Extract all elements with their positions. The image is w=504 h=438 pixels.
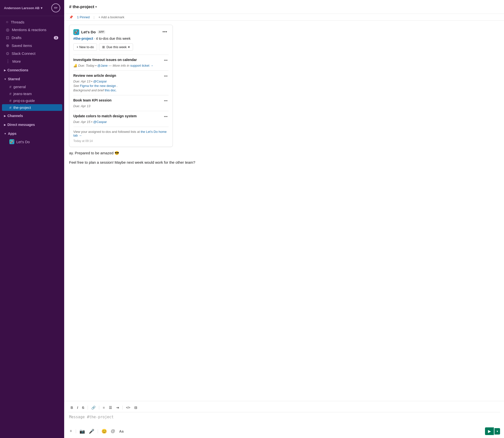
- starred-section[interactable]: ▼ Starred: [0, 75, 64, 83]
- todo-link-doc[interactable]: this doc.: [105, 88, 116, 92]
- drafts-badge: 3: [54, 36, 58, 40]
- channel-chevron-icon: ▾: [95, 5, 97, 9]
- todo-assignee-2[interactable]: @Caspar: [93, 80, 107, 83]
- todo-link-figma[interactable]: Figma for the new design: [80, 84, 116, 88]
- compose-button[interactable]: ✏: [51, 3, 60, 12]
- connections-arrow-icon: ▶: [4, 69, 6, 72]
- todo-title-text: Investigate timeout issues on calendar: [73, 58, 137, 62]
- todo-period: .: [117, 84, 118, 88]
- workspace-name[interactable]: Andersson Larsson AB ▾: [4, 5, 42, 10]
- todo-meta-2: Due: Apr 13 ▪ @Caspar: [73, 80, 169, 83]
- sidebar-item-more[interactable]: ⋮ More: [2, 58, 62, 65]
- todo-item-2: Review new article design ••• Due: Apr 1…: [73, 70, 169, 95]
- code-button[interactable]: </>: [125, 405, 132, 410]
- sidebar-item-lets-do[interactable]: 🚀 Let's Do: [2, 138, 62, 145]
- sidebar-item-mentions[interactable]: ◎ Mentions & reactions: [2, 26, 62, 34]
- unordered-list-button[interactable]: ☰: [107, 405, 114, 411]
- direct-messages-section[interactable]: ▶ Direct messages: [0, 121, 64, 129]
- card-app-name: Let's Do: [81, 30, 96, 34]
- todo-title-text: Review new article design: [73, 74, 116, 78]
- hash-icon: #: [9, 105, 11, 110]
- link-button[interactable]: 🔗: [90, 405, 97, 411]
- main-content: # the-project ▾ 📌 1 Pinned | + Add a boo…: [64, 0, 504, 438]
- ordered-list-button[interactable]: ≡: [101, 405, 106, 411]
- due-week-chevron-icon: ▾: [128, 45, 130, 49]
- hash-icon: #: [9, 85, 11, 89]
- starred-label: Starred: [8, 77, 20, 81]
- sidebar: Andersson Larsson AB ▾ ✏ ○ Threads ◎ Men…: [0, 0, 64, 438]
- channels-arrow-icon: ▶: [4, 115, 6, 117]
- card-footer: View your assigned to-dos and followed l…: [73, 127, 169, 137]
- todo-assignee-4[interactable]: @Caspar: [93, 120, 107, 124]
- sidebar-navigation: ○ Threads ◎ Mentions & reactions ⊡ Draft…: [0, 16, 64, 148]
- channel-name: the-project: [13, 105, 31, 110]
- block-button[interactable]: ⊟: [133, 405, 139, 411]
- sidebar-item-general[interactable]: # general: [2, 83, 62, 90]
- video-button[interactable]: 📷: [78, 428, 86, 435]
- todo-line2: See: [73, 84, 80, 88]
- sidebar-item-the-project[interactable]: # the-project: [2, 104, 62, 111]
- dot-separator: ▪: [91, 120, 93, 124]
- message-input[interactable]: [68, 414, 500, 426]
- card-header: 🚀 Let's Do APP •••: [73, 29, 169, 35]
- channels-label: Channels: [7, 114, 23, 118]
- todo-menu-button-2[interactable]: •••: [163, 74, 169, 79]
- bold-button[interactable]: B: [69, 405, 75, 411]
- sidebar-item-drafts[interactable]: ⊡ Drafts 3: [2, 34, 62, 41]
- card-channel-link[interactable]: #the-project: [73, 37, 93, 40]
- todo-item-1: Investigate timeout issues on calendar •…: [73, 55, 169, 70]
- drafts-icon: ⊡: [6, 35, 9, 40]
- composer-bottom-bar: + 📷 🎤 😊 @ Aa ▶ ▾: [68, 427, 500, 435]
- sidebar-item-saved[interactable]: ⊕ Saved items: [2, 42, 62, 49]
- sidebar-item-label: Mentions & reactions: [12, 28, 46, 32]
- sidebar-item-slack-connect[interactable]: ⊙ Slack Connect: [2, 50, 62, 57]
- todo-menu-button-3[interactable]: •••: [163, 98, 169, 103]
- channel-name-heading: # the-project: [69, 4, 94, 9]
- todo-title-4: Update colors to match design system •••: [73, 114, 169, 119]
- add-bookmark-link[interactable]: + Add a bookmark: [98, 15, 124, 19]
- todo-title-text: Update colors to match design system: [73, 114, 137, 118]
- app-badge: APP: [98, 30, 105, 34]
- channels-section[interactable]: ▶ Channels: [0, 112, 64, 120]
- sidebar-item-label: More: [12, 59, 21, 63]
- todo-meta-4: Due: Apr 15 ▪ @Caspar: [73, 120, 169, 124]
- workspace-title: Andersson Larsson AB: [4, 6, 39, 10]
- emoji-button[interactable]: 😊: [100, 428, 108, 435]
- due-week-button[interactable]: ⊞ Due this week ▾: [99, 43, 133, 51]
- chat-area: 🚀 Let's Do APP ••• #the-project · 4 to-d…: [64, 21, 504, 401]
- sidebar-item-proj-cs-guide[interactable]: # proj-cs-guide: [2, 97, 62, 104]
- todo-item-3: Book team KPI session ••• Due: Apr 13: [73, 95, 169, 111]
- strikethrough-button[interactable]: S: [80, 405, 86, 411]
- connections-section[interactable]: ▶ Connections: [0, 66, 64, 74]
- composer-bottom-right: ▶ ▾: [485, 427, 500, 435]
- italic-button[interactable]: I: [76, 405, 79, 411]
- channel-name: proj-cs-guide: [13, 99, 35, 103]
- sidebar-item-jeans-team[interactable]: # jeans-team: [2, 90, 62, 97]
- sidebar-item-label: Saved items: [12, 43, 32, 48]
- bookmark-separator: |: [94, 15, 94, 19]
- message-text-2: Feel free to plan a session! Maybe next …: [69, 160, 195, 164]
- todo-assignee-1[interactable]: @Jane: [97, 64, 108, 67]
- todo-extra-2: See Figma for the new design .: [73, 84, 169, 88]
- add-button[interactable]: +: [68, 428, 74, 435]
- send-chevron-button[interactable]: ▾: [494, 428, 500, 435]
- send-button[interactable]: ▶: [485, 427, 494, 435]
- todo-title-2: Review new article design •••: [73, 74, 169, 79]
- indent-button[interactable]: ⇥: [115, 405, 120, 411]
- mention-button[interactable]: @: [109, 428, 117, 435]
- sidebar-item-label: Slack Connect: [12, 51, 36, 56]
- new-todo-button[interactable]: + New to-do: [73, 43, 97, 51]
- todo-meta-3: Due: Apr 13: [73, 104, 169, 108]
- threads-icon: ○: [6, 20, 8, 24]
- dot-separator: ▪: [91, 80, 93, 83]
- todo-menu-button-1[interactable]: •••: [163, 58, 169, 63]
- pinned-link[interactable]: 1 Pinned: [77, 15, 90, 19]
- card-menu-button[interactable]: •••: [161, 29, 169, 35]
- todo-link-1[interactable]: support ticket →: [130, 64, 154, 67]
- audio-button[interactable]: 🎤: [87, 428, 96, 435]
- channel-title[interactable]: # the-project ▾: [69, 4, 97, 9]
- apps-section[interactable]: ▼ Apps: [0, 130, 64, 138]
- sidebar-item-threads[interactable]: ○ Threads: [2, 18, 62, 26]
- format-button[interactable]: Aa: [118, 428, 125, 434]
- todo-menu-button-4[interactable]: •••: [163, 114, 169, 119]
